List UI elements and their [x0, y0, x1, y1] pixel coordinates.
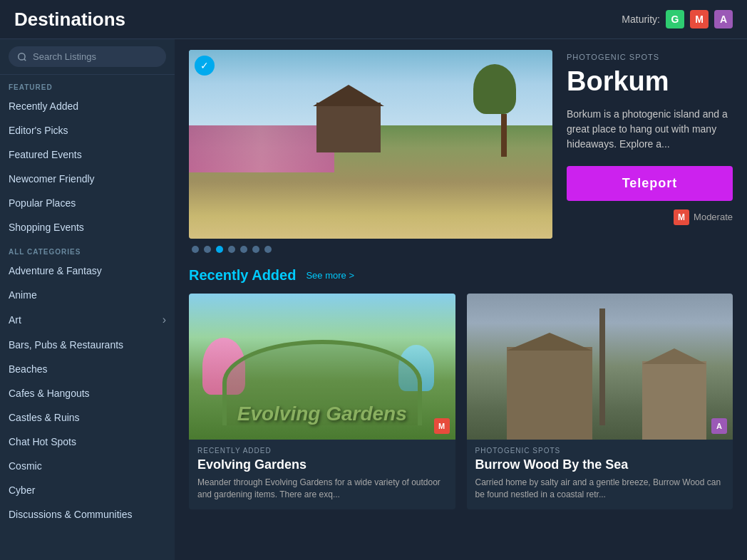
gardens-text-overlay: Evolving Gardens	[237, 403, 407, 425]
card-desc-burrow: Carried home by salty air and a gentle b…	[467, 477, 733, 509]
sidebar-item-discussions-communities[interactable]: Discussions & Communities	[0, 502, 175, 527]
sidebar-item-cosmic[interactable]: Cosmic	[0, 454, 175, 478]
search-input[interactable]	[33, 51, 158, 62]
card-image-gardens: Evolving Gardens M	[189, 294, 455, 440]
hero-dot-2[interactable]	[204, 246, 211, 253]
burrow-building-right	[642, 361, 706, 440]
recently-added-header: Recently Added See more >	[189, 267, 733, 284]
header: Destinations Maturity: G M A	[0, 0, 747, 39]
mod-badge-box: M	[674, 209, 689, 225]
hero-dot-6[interactable]	[252, 246, 259, 253]
maturity-controls: Maturity: G M A	[622, 10, 733, 28]
hero-barn-decoration	[316, 103, 381, 152]
sidebar-item-shopping-events[interactable]: Shopping Events	[0, 215, 175, 239]
hero-dot-4[interactable]	[228, 246, 235, 253]
card-desc-gardens: Meander through Evolving Gardens for a w…	[189, 477, 455, 509]
card-evolving-gardens[interactable]: Evolving Gardens M RECENTLY ADDED Evolvi…	[189, 294, 455, 509]
featured-section-label: FEATURED	[0, 75, 175, 94]
sidebar-item-cyber[interactable]: Cyber	[0, 478, 175, 502]
verified-badge: ✓	[195, 56, 215, 76]
see-more-link[interactable]: See more >	[306, 270, 354, 281]
main-content: ✓ PHOTOGENIC SPOTS Borkum Borkum is a ph…	[175, 39, 747, 560]
sidebar-item-cafes-hangouts[interactable]: Cafes & Hangouts	[0, 381, 175, 405]
maturity-a-button[interactable]: A	[714, 10, 733, 28]
sidebar-item-newcomer-friendly[interactable]: Newcomer Friendly	[0, 167, 175, 191]
recently-added-title: Recently Added	[189, 267, 296, 284]
card-image-burrow: A	[467, 294, 733, 440]
sidebar: FEATURED Recently Added Editor's Picks F…	[0, 39, 175, 560]
hero-title: Borkum	[567, 67, 733, 97]
sidebar-item-chat-hot-spots[interactable]: Chat Hot Spots	[0, 430, 175, 454]
hero-flowers-decoration	[189, 125, 334, 172]
hero-description: Borkum is a photogenic island and a grea…	[567, 107, 733, 152]
hero-category: PHOTOGENIC SPOTS	[567, 53, 733, 61]
hero-tree-trunk	[501, 114, 507, 157]
sidebar-item-anime[interactable]: Anime	[0, 283, 175, 307]
card-burrow-wood[interactable]: A PHOTOGENIC SPOTS Burrow Wood By the Se…	[467, 294, 733, 509]
card-title-gardens: Evolving Gardens	[189, 457, 455, 477]
hero-section: ✓ PHOTOGENIC SPOTS Borkum Borkum is a ph…	[189, 50, 733, 253]
sidebar-item-editors-picks[interactable]: Editor's Picks	[0, 118, 175, 142]
main-layout: FEATURED Recently Added Editor's Picks F…	[0, 39, 747, 560]
search-icon	[17, 52, 27, 62]
sidebar-item-art[interactable]: Art ›	[0, 307, 175, 333]
burrow-building-left	[507, 347, 592, 440]
hero-dots	[189, 246, 552, 253]
hero-tree-top	[473, 64, 516, 114]
teleport-button[interactable]: Teleport	[567, 166, 733, 201]
categories-section-label: ALL CATEGORIES	[0, 239, 175, 259]
sidebar-item-adventure-fantasy[interactable]: Adventure & Fantasy	[0, 259, 175, 283]
search-input-wrap[interactable]	[9, 46, 166, 67]
search-box	[0, 39, 175, 75]
sidebar-item-beaches[interactable]: Beaches	[0, 357, 175, 381]
hero-image-wrap: ✓	[189, 50, 552, 253]
hero-dot-7[interactable]	[264, 246, 272, 253]
maturity-label: Maturity:	[622, 14, 660, 25]
sidebar-item-bars-pubs[interactable]: Bars, Pubs & Restaurants	[0, 333, 175, 357]
card-category-burrow: PHOTOGENIC SPOTS	[467, 440, 733, 457]
card-title-burrow: Burrow Wood By the Sea	[467, 457, 733, 477]
card-badge-a: A	[711, 418, 727, 434]
hero-dot-5[interactable]	[240, 246, 247, 253]
hero-dot-3[interactable]	[216, 246, 223, 253]
moderation-badge: M Moderate	[567, 209, 733, 225]
cards-grid: Evolving Gardens M RECENTLY ADDED Evolvi…	[189, 294, 733, 509]
maturity-g-button[interactable]: G	[666, 10, 684, 28]
card-badge-m: M	[434, 418, 450, 434]
hero-dot-1[interactable]	[192, 246, 199, 253]
sidebar-item-popular-places[interactable]: Popular Places	[0, 191, 175, 215]
burrow-pole	[599, 308, 605, 425]
sidebar-item-featured-events[interactable]: Featured Events	[0, 142, 175, 167]
page-title: Destinations	[14, 9, 125, 31]
hero-info: PHOTOGENIC SPOTS Borkum Borkum is a phot…	[567, 50, 733, 253]
moderation-text: Moderate	[694, 212, 733, 222]
card-category-gardens: RECENTLY ADDED	[189, 440, 455, 457]
chevron-right-icon: ›	[163, 313, 166, 326]
hero-image[interactable]: ✓	[189, 50, 552, 239]
svg-point-0	[19, 53, 25, 59]
sidebar-item-castles-ruins[interactable]: Castles & Ruins	[0, 405, 175, 430]
svg-line-1	[24, 58, 26, 61]
maturity-m-button[interactable]: M	[690, 10, 709, 28]
sidebar-item-recently-added[interactable]: Recently Added	[0, 94, 175, 118]
hero-tree-decoration	[492, 78, 516, 157]
